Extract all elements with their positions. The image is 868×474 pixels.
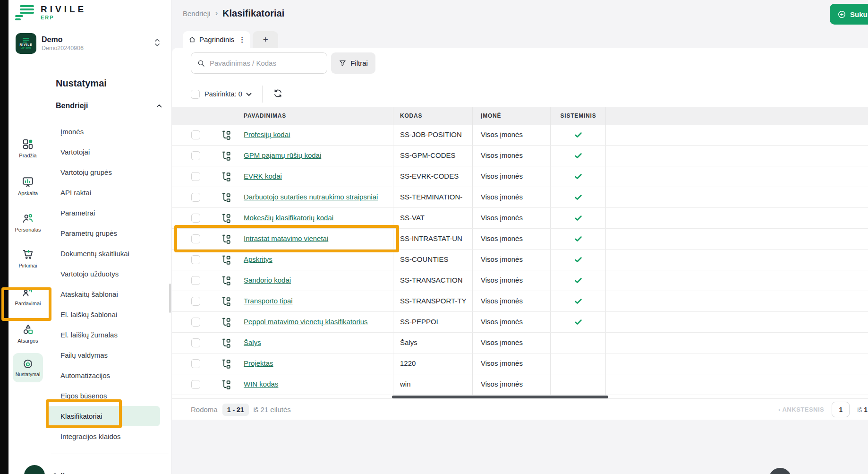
search-icon (197, 59, 205, 68)
row-checkbox[interactable] (191, 297, 200, 306)
settings-menu-item[interactable]: Vartotojų grupės (47, 162, 171, 182)
previous-page-button[interactable]: ‹ ANKSTESNIS (778, 406, 824, 413)
classifier-name-link[interactable]: Mokesčių klasifikatorių kodai (244, 214, 333, 222)
classifier-name-link[interactable]: Peppol matavimo vienetų klasifikatorius (244, 318, 368, 326)
settings-menu-item-label: Automatizacijos (60, 371, 110, 379)
search-input[interactable] (210, 59, 321, 67)
sidebar-item-apskaita[interactable]: Apskaita (9, 176, 47, 196)
settings-menu-item[interactable]: Ataskaitų šablonai (47, 284, 171, 304)
settings-menu-item[interactable]: Parametrai (47, 203, 171, 223)
classifier-name-link[interactable]: Apskritys (244, 255, 272, 263)
table-row: Šalys Šalys Visos įmonės (172, 333, 868, 353)
settings-menu-item[interactable]: Dokumentų skaitliukai (47, 243, 171, 264)
table-row: Darbuotojo sutarties nutraukimo straipsn… (172, 187, 868, 208)
company-avatar: RIVILE ERP demo (16, 33, 36, 54)
row-code-cell: SS-EVRK-CODES (400, 172, 470, 180)
table-header: PAVADINIMAS KODAS ĮMONĖ SISTEMINIS (172, 107, 868, 125)
sidebar: RIVILE ERP RIVILE ERP demo Demo Demo2024… (9, 0, 171, 474)
row-checkbox[interactable] (191, 214, 200, 223)
settings-menu-item[interactable]: Vartotojai (47, 142, 171, 162)
row-company-cell: Visos įmonės (481, 318, 523, 326)
systemic-check-icon (551, 318, 605, 327)
classifier-tree-icon (221, 379, 231, 390)
row-checkbox[interactable] (191, 359, 200, 368)
select-all-checkbox[interactable] (191, 90, 200, 99)
toolbar-divider (262, 86, 263, 103)
settings-menu-item[interactable]: Vartotojo užduotys (47, 264, 171, 284)
classifier-name-link[interactable]: Transporto tipai (244, 297, 293, 305)
tab-bar: Pagrindinis ⋮ + (183, 31, 278, 48)
column-header-sisteminis: SISTEMINIS (551, 107, 605, 125)
classifier-tree-icon (221, 130, 231, 140)
company-name: Demo (42, 35, 84, 44)
settings-menu-item[interactable]: Klasifikatoriai (47, 406, 160, 426)
settings-menu-item-label: Eigos būsenos (60, 392, 107, 400)
classifier-name-link[interactable]: Intrastat matavimo vienetai (244, 234, 328, 242)
classifier-name-link[interactable]: Profesijų kodai (244, 130, 290, 138)
table-row: Sandorio kodai SS-TRANSACTION Visos įmon… (172, 270, 868, 291)
row-checkbox[interactable] (191, 318, 200, 327)
brand-name: RIVILE (41, 5, 86, 15)
sidebar-item-atsargos[interactable]: Atsargos (9, 323, 47, 344)
settings-menu-item[interactable]: Eigos būsenos (47, 386, 171, 406)
classifier-name-link[interactable]: Darbuotojo sutarties nutraukimo straipsn… (244, 193, 378, 201)
table-row: Intrastat matavimo vienetai SS-INTRASTAT… (172, 229, 868, 250)
classifier-name-link[interactable]: WIN kodas (244, 380, 278, 388)
sidebar-item-nustatymai[interactable]: Nustatymai (13, 353, 43, 382)
settings-menu-item[interactable]: API raktai (47, 182, 171, 203)
create-button[interactable]: Sukur (830, 4, 868, 25)
settings-menu-item[interactable]: Failų valdymas (47, 345, 171, 365)
selection-toolbar: Pasirinkta: 0 (191, 85, 284, 103)
classifier-name-link[interactable]: GPM pajamų rūšių kodai (244, 151, 321, 159)
sidebar-item-pirkimai[interactable]: Pirkimai (9, 248, 47, 268)
classifier-name-link[interactable]: Šalys (244, 338, 261, 346)
sidebar-item-personalas[interactable]: Personalas (9, 212, 47, 233)
row-checkbox[interactable] (191, 172, 200, 181)
breadcrumb-parent[interactable]: Bendrieji (183, 9, 210, 17)
row-checkbox[interactable] (191, 130, 200, 139)
systemic-check-icon (551, 193, 605, 202)
row-checkbox[interactable] (191, 380, 200, 389)
classifier-name-link[interactable]: Projektas (244, 359, 273, 367)
settings-menu-item-label: Vartotojai (60, 148, 90, 156)
row-checkbox[interactable] (191, 151, 200, 160)
systemic-check-icon (551, 151, 605, 160)
chevron-down-icon[interactable] (246, 90, 252, 98)
systemic-check-icon (551, 130, 605, 139)
classifier-name-link[interactable]: EVRK kodai (244, 172, 282, 180)
classifier-tree-icon (221, 338, 231, 348)
settings-menu-item[interactable]: El. laiškų žurnalas (47, 325, 171, 345)
tab-pagrindinis[interactable]: Pagrindinis ⋮ (183, 31, 250, 48)
row-code-cell: SS-TERMINATION- (400, 193, 470, 201)
filter-button[interactable]: Filtrai (331, 52, 375, 74)
settings-menu-item[interactable]: Integracijos klaidos (47, 426, 171, 447)
column-header-pavadinimas: PAVADINIMAS (244, 107, 286, 125)
settings-section-bendrieji[interactable]: Bendrieji (56, 102, 162, 110)
refresh-button[interactable] (273, 88, 284, 100)
sidebar-item-pradzia[interactable]: Pradžia (9, 138, 47, 158)
row-checkbox[interactable] (191, 234, 200, 243)
settings-menu-item-label: Vartotojų grupės (60, 168, 112, 176)
tab-menu-icon[interactable]: ⋮ (238, 35, 246, 44)
settings-menu-item[interactable]: Parametrų grupės (47, 223, 171, 243)
people-icon (22, 212, 34, 224)
row-company-cell: Visos įmonės (481, 193, 523, 201)
add-tab-button[interactable]: + (253, 31, 278, 48)
settings-menu-item[interactable]: El. laiškų šablonai (47, 304, 171, 325)
settings-menu-item-label: Failų valdymas (60, 351, 108, 359)
settings-menu-item[interactable]: Įmonės (47, 121, 171, 142)
user-profile-partial[interactable]: Juli (24, 465, 65, 474)
row-checkbox[interactable] (191, 255, 200, 264)
company-switcher[interactable]: RIVILE ERP demo Demo Demo20240906 (16, 29, 166, 58)
row-checkbox[interactable] (191, 193, 200, 202)
classifier-name-link[interactable]: Sandorio kodai (244, 276, 291, 284)
page-number-input[interactable]: 1 (832, 402, 850, 417)
row-code-cell: SS-GPM-CODES (400, 151, 470, 159)
sidebar-item-pardavimai[interactable]: Pardavimai (9, 286, 47, 306)
settings-menu-item-label: El. laiškų šablonai (60, 310, 117, 319)
row-checkbox[interactable] (191, 276, 200, 285)
submenu-scrollbar[interactable] (169, 284, 171, 313)
settings-menu-item[interactable]: Automatizacijos (47, 365, 171, 386)
row-checkbox[interactable] (191, 338, 200, 347)
company-code: Demo20240906 (42, 45, 84, 52)
